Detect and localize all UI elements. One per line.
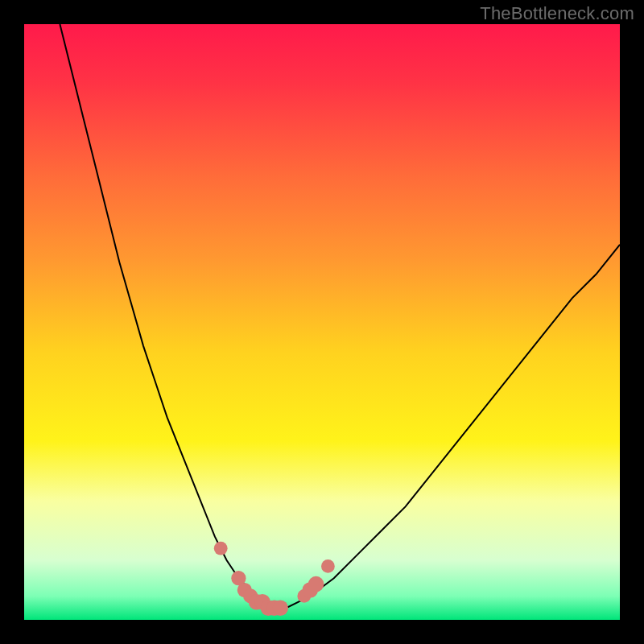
curve-marker [272,600,288,616]
curve-marker [308,576,324,592]
curve-marker [214,542,228,555]
gradient-background [24,24,620,620]
watermark-text: TheBottleneck.com [480,3,634,24]
plot-area [24,24,620,620]
chart-svg [24,24,620,620]
curve-marker [321,559,335,573]
chart-frame: TheBottleneck.com [0,0,644,644]
